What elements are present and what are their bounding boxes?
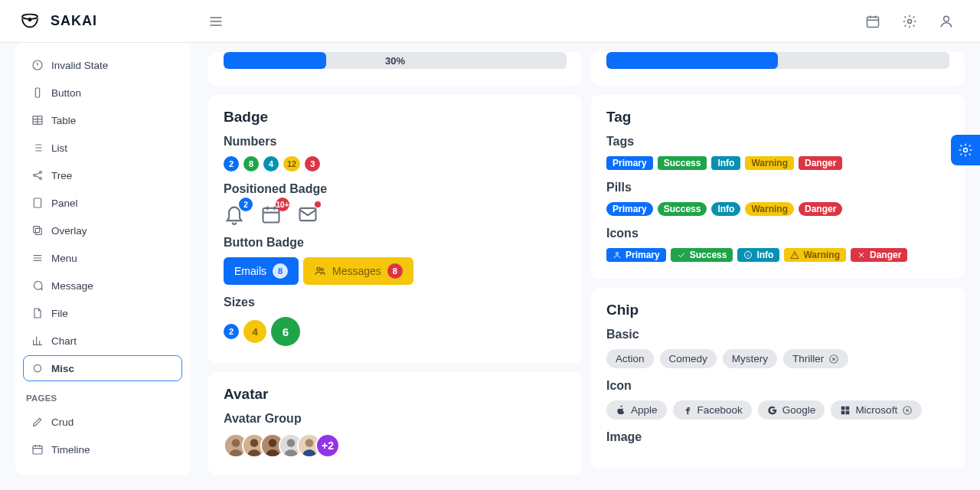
svg-point-3	[908, 19, 912, 23]
svg-point-30	[305, 439, 314, 447]
sidebar-item-label: Button	[51, 87, 81, 99]
times-circle-icon[interactable]	[902, 405, 913, 416]
chip-basic[interactable]: Thriller	[783, 349, 848, 368]
badge-size-lg: 4	[243, 320, 266, 343]
sidebar-item-tree[interactable]: Tree	[23, 162, 182, 188]
badge-dot	[315, 201, 321, 207]
circle-icon	[31, 362, 44, 374]
sidebar-item-empty[interactable]: Empty	[23, 464, 182, 467]
progress-bar-left: 30%	[224, 52, 567, 69]
chip-apple[interactable]: Apple	[606, 400, 667, 420]
tag-danger: Danger	[799, 156, 842, 170]
pencil-icon	[31, 416, 44, 428]
sidebar-item-timeline[interactable]: Timeline	[23, 436, 182, 462]
avatar-card: Avatar Avatar Group +2	[208, 372, 582, 475]
svg-rect-37	[846, 410, 850, 414]
sidebar-item-misc[interactable]: Misc	[23, 355, 182, 381]
calendar-button[interactable]	[858, 6, 888, 37]
badge-size-sm: 2	[224, 324, 239, 339]
icon-tag-primary: Primary	[606, 248, 666, 262]
app-logo[interactable]: SAKAI	[18, 10, 202, 33]
times-circle-icon[interactable]	[828, 354, 839, 364]
sidebar[interactable]: Invalid State Button Table List Tree Pan…	[23, 51, 187, 467]
sidebar-item-panel[interactable]: Panel	[23, 190, 182, 216]
tag-primary: Primary	[606, 156, 653, 170]
envelope-with-dot[interactable]	[297, 204, 318, 225]
badge-size-xl: 6	[271, 317, 300, 346]
svg-rect-15	[33, 446, 42, 454]
button-badge: 8	[387, 263, 403, 279]
gear-icon	[958, 142, 973, 158]
section-heading: Icons	[606, 227, 949, 240]
section-heading: Numbers	[224, 135, 567, 149]
svg-point-10	[40, 178, 42, 180]
sidebar-item-label: Message	[51, 280, 93, 292]
svg-point-20	[321, 268, 323, 270]
icon-tag-info: Info	[737, 248, 779, 262]
avatar-more[interactable]: +2	[315, 433, 340, 458]
theme-config-button[interactable]	[951, 135, 980, 165]
button-badge: 8	[273, 263, 288, 279]
sidebar-section-pages: PAGES	[23, 383, 182, 407]
sidebar-item-label: Overlay	[51, 225, 87, 237]
sidebar-item-label: Timeline	[51, 444, 90, 456]
sidebar-item-menu[interactable]: Menu	[23, 245, 182, 271]
sidebar-item-message[interactable]: Message	[23, 273, 182, 299]
sidebar-item-label: Crud	[51, 416, 74, 428]
info-circle-icon	[743, 250, 753, 260]
tag-success: Success	[658, 156, 707, 170]
messages-button[interactable]: Messages 8	[303, 257, 413, 285]
sidebar-item-button[interactable]: Button	[23, 80, 182, 106]
sidebar-item-table[interactable]: Table	[23, 107, 182, 133]
badge-count: 10+	[276, 198, 289, 211]
share-icon	[31, 169, 44, 181]
sidebar-item-chart[interactable]: Chart	[23, 328, 182, 354]
svg-point-19	[317, 267, 320, 270]
chip-microsoft[interactable]: Microsoft	[831, 400, 922, 420]
chip-card: Chip Basic Action Comedy Mystery Thrille…	[591, 288, 965, 469]
sidebar-item-label: Misc	[51, 363, 74, 374]
chip-basic[interactable]: Mystery	[723, 349, 777, 368]
sidebar-item-file[interactable]: File	[23, 300, 182, 326]
bars-icon	[31, 252, 44, 264]
emails-button[interactable]: Emails 8	[224, 257, 299, 285]
exclamation-circle-icon	[31, 59, 44, 71]
svg-rect-2	[867, 17, 879, 27]
sidebar-item-overlay[interactable]: Overlay	[23, 217, 182, 243]
sidebar-item-invalid-state[interactable]: Invalid State	[23, 52, 182, 78]
svg-point-24	[250, 439, 259, 447]
menu-toggle-button[interactable]	[202, 8, 230, 35]
card-title: Badge	[224, 109, 567, 126]
tablet-icon	[31, 197, 44, 209]
chip-google[interactable]: Google	[758, 400, 825, 420]
svg-point-14	[34, 364, 41, 371]
svg-rect-6	[35, 88, 39, 97]
user-icon	[612, 250, 622, 260]
profile-button[interactable]	[931, 6, 962, 37]
sidebar-item-crud[interactable]: Crud	[23, 409, 182, 435]
chip-basic[interactable]: Comedy	[660, 349, 717, 368]
svg-point-26	[269, 439, 277, 447]
pill-danger: Danger	[799, 202, 842, 216]
bell-with-badge[interactable]: 2	[224, 204, 245, 225]
settings-button[interactable]	[894, 6, 925, 37]
sidebar-item-label: Panel	[51, 198, 78, 209]
button-label: Emails	[234, 265, 266, 277]
section-heading: Basic	[606, 328, 949, 341]
section-heading: Sizes	[224, 296, 567, 309]
exclamation-triangle-icon	[790, 250, 799, 260]
chart-bar-icon	[31, 335, 44, 347]
user-icon	[939, 14, 954, 29]
main-content[interactable]: 30% Badge Numbers 2 8 4 12 3	[199, 43, 980, 490]
chip-facebook[interactable]: Facebook	[673, 400, 752, 420]
svg-rect-17	[263, 208, 279, 223]
section-heading: Pills	[606, 181, 949, 194]
card-title: Tag	[606, 109, 949, 126]
svg-rect-11	[34, 198, 41, 207]
sidebar-item-list[interactable]: List	[23, 135, 182, 161]
check-icon	[677, 250, 686, 260]
avatar-group: +2	[224, 433, 567, 458]
chip-basic[interactable]: Action	[606, 349, 654, 368]
calendar-with-badge[interactable]: 10+	[260, 204, 282, 225]
svg-point-8	[34, 175, 36, 177]
